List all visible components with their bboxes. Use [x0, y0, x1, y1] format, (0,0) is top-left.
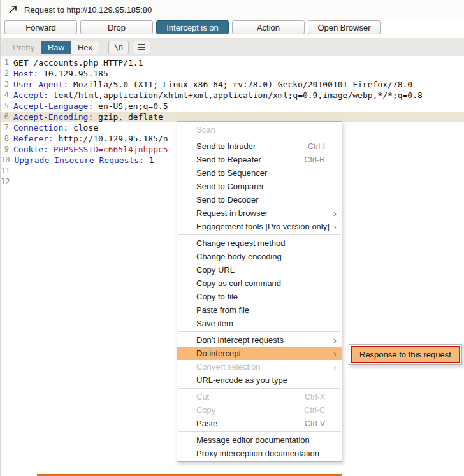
menu-item-label: Copy: [196, 405, 304, 415]
menu-item-paste[interactable]: PasteCtrl-V: [177, 417, 342, 430]
line-text: User-Agent: Mozilla/5.0 (X11; Linux x86_…: [13, 79, 464, 90]
menu-item-engagement-tools-pro-version-only[interactable]: Engagement tools [Pro version only]›: [177, 220, 342, 233]
menu-item-label: Message editor documentation: [196, 435, 337, 445]
menu-separator: [178, 431, 341, 432]
menu-item-send-to-sequencer[interactable]: Send to Sequencer: [177, 166, 342, 180]
menu-item-label: Send to Comparer: [196, 182, 337, 191]
menu-item-label: Send to Repeater: [196, 155, 304, 164]
menu-item-label: Engagement tools [Pro version only]: [196, 222, 337, 231]
forward-button[interactable]: Forward: [4, 20, 77, 34]
open-browser-button[interactable]: Open Browser: [308, 20, 381, 34]
submenu-arrow-icon: ›: [333, 360, 337, 373]
menu-item-send-to-decoder[interactable]: Send to Decoder: [177, 193, 342, 206]
request-line[interactable]: 5Accept-Language: en-US,en;q=0.5: [1, 101, 464, 112]
menu-item-don-t-intercept-requests[interactable]: Don't intercept requests›: [177, 333, 342, 347]
menu-item-convert-selection: Convert selection›: [177, 360, 342, 373]
request-line[interactable]: 1GET /accounts.php HTTP/1.1: [1, 57, 464, 68]
menu-item-copy-to-file[interactable]: Copy to file: [177, 290, 342, 303]
menu-item-label: Paste from file: [196, 305, 337, 315]
menu-item-label: Copy as curl command: [196, 278, 337, 288]
menu-item-copy: CopyCtrl-C: [177, 403, 342, 417]
menu-item-label: Send to Decoder: [196, 195, 337, 205]
line-number: 9: [1, 144, 13, 155]
request-arrow-icon: [7, 4, 18, 15]
context-menu: ScanSend to IntruderCtrl-ISend to Repeat…: [177, 121, 342, 462]
line-number: 11: [1, 166, 14, 177]
menu-item-send-to-repeater[interactable]: Send to RepeaterCtrl-R: [177, 153, 342, 166]
window-title: Request to http://10.129.95.185:80: [24, 5, 152, 15]
editor-options-button[interactable]: [133, 41, 150, 54]
line-number: 6: [1, 112, 13, 122]
menu-separator: [178, 138, 341, 138]
request-line[interactable]: 4Accept: text/html,application/xhtml+xml…: [1, 90, 464, 101]
request-line[interactable]: 2Host: 10.129.95.185: [1, 68, 464, 79]
menu-item-send-to-comparer[interactable]: Send to Comparer: [177, 180, 342, 193]
line-text: Host: 10.129.95.185: [13, 68, 464, 79]
menu-separator: [178, 388, 341, 389]
line-text: GET /accounts.php HTTP/1.1: [13, 57, 464, 68]
menu-item-label: Cut: [196, 392, 305, 401]
line-number: 8: [1, 133, 13, 144]
menu-item-label: Send to Intruder: [196, 141, 308, 151]
line-number: 10: [1, 155, 14, 166]
menu-item-scan: Scan: [177, 123, 342, 136]
menu-item-label: Scan: [196, 125, 337, 134]
menu-item-label: Proxy interception documentation: [196, 449, 337, 458]
tab-pretty[interactable]: Pretty: [6, 41, 41, 54]
menu-item-copy-url[interactable]: Copy URL: [177, 263, 342, 277]
menu-item-save-item[interactable]: Save item: [177, 317, 342, 330]
hamburger-icon: [138, 44, 145, 50]
titlebar: Request to http://10.129.95.185:80: [1, 0, 464, 19]
drop-button[interactable]: Drop: [80, 20, 153, 34]
line-number: 2: [1, 68, 13, 79]
do-intercept-submenu: Response to this request: [349, 344, 462, 365]
menu-item-label: Save item: [196, 319, 337, 328]
line-number: 4: [1, 90, 13, 101]
menu-item-shortcut: Ctrl-V: [305, 419, 325, 428]
menu-item-change-request-method[interactable]: Change request method: [177, 236, 342, 250]
line-number: 3: [1, 79, 13, 90]
menu-item-copy-as-curl-command[interactable]: Copy as curl command: [177, 277, 342, 290]
menu-item-label: Copy to file: [196, 292, 337, 301]
line-number: 1: [1, 57, 13, 68]
intercept-toggle-button[interactable]: Intercept is on: [156, 20, 229, 34]
intercept-toolbar: Forward Drop Intercept is on Action Open…: [4, 20, 381, 34]
menu-item-label: URL-encode as you type: [196, 375, 337, 385]
action-button[interactable]: Action: [232, 20, 305, 34]
menu-item-do-intercept[interactable]: Do intercept›: [177, 347, 342, 360]
menu-separator: [178, 234, 341, 235]
menu-item-response-to-this-request[interactable]: Response to this request: [351, 346, 460, 363]
menu-item-send-to-intruder[interactable]: Send to IntruderCtrl-I: [177, 140, 342, 153]
menu-item-label: Request in browser: [196, 208, 337, 218]
message-view-tab-bar: Pretty Raw Hex \n: [1, 38, 464, 56]
menu-item-label: Convert selection: [196, 362, 337, 371]
submenu-arrow-icon: ›: [333, 206, 337, 220]
line-number: 7: [1, 122, 13, 133]
menu-item-request-in-browser[interactable]: Request in browser›: [177, 206, 342, 220]
burp-intercept-window: Request to http://10.129.95.185:80 Forwa…: [0, 0, 464, 476]
line-number: 12: [1, 177, 14, 187]
menu-item-paste-from-file[interactable]: Paste from file: [177, 303, 342, 317]
menu-item-change-body-encoding[interactable]: Change body encoding: [177, 250, 342, 263]
menu-item-message-editor-documentation[interactable]: Message editor documentation: [177, 433, 342, 447]
tab-raw[interactable]: Raw: [41, 41, 71, 54]
tab-hex[interactable]: Hex: [71, 41, 99, 54]
menu-item-shortcut: Ctrl-C: [304, 406, 325, 415]
menu-separator: [178, 331, 341, 332]
show-newlines-button[interactable]: \n: [108, 41, 129, 54]
request-line[interactable]: 3User-Agent: Mozilla/5.0 (X11; Linux x86…: [1, 79, 464, 90]
menu-item-label: Don't intercept requests: [196, 335, 337, 345]
menu-item-cut: CutCtrl-X: [177, 390, 342, 403]
view-tab-group: Pretty Raw Hex: [6, 41, 99, 54]
menu-item-label: Copy URL: [196, 265, 337, 275]
submenu-arrow-icon: ›: [333, 220, 337, 233]
submenu-arrow-icon: ›: [333, 333, 337, 347]
line-text: Accept: text/html,application/xhtml+xml,…: [13, 90, 464, 101]
line-number: 5: [1, 101, 13, 112]
menu-item-shortcut: Ctrl-R: [304, 155, 325, 164]
menu-item-label: Change request method: [196, 238, 337, 248]
menu-item-label: Paste: [196, 419, 305, 428]
menu-item-url-encode-as-you-type[interactable]: URL-encode as you type: [177, 373, 342, 387]
menu-item-proxy-interception-documentation[interactable]: Proxy interception documentation: [177, 447, 342, 460]
submenu-arrow-icon: ›: [333, 347, 337, 360]
